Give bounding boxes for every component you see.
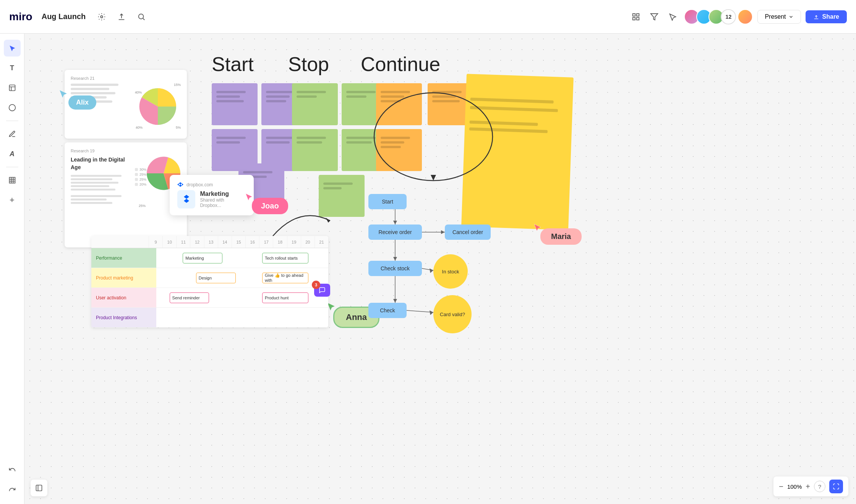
svg-marker-25 — [441, 230, 445, 234]
zoom-out-button[interactable]: − — [779, 482, 783, 491]
comment-container[interactable]: 3 — [314, 284, 330, 297]
cursor-joao — [244, 192, 253, 203]
sticky-tool[interactable] — [4, 79, 21, 96]
svg-rect-2 — [633, 13, 635, 16]
zoom-help-button[interactable]: ? — [814, 481, 825, 492]
svg-line-28 — [407, 310, 433, 312]
slide-card-2[interactable]: Research 19 Leading in the Digital Age 3… — [65, 142, 187, 247]
search-icon[interactable] — [135, 10, 148, 24]
flow-checkstock-label: Check stock — [381, 265, 410, 271]
flow-start-label: Start — [382, 199, 393, 205]
flow-cancel[interactable]: Cancel order — [445, 225, 491, 240]
svg-line-26 — [422, 268, 433, 270]
flow-instock-label: In stock — [442, 269, 459, 275]
gantt-col-16: 16 — [245, 236, 259, 248]
sticky-cont-3[interactable] — [376, 129, 422, 171]
cursor-maria — [533, 223, 542, 233]
gantt-col-14: 14 — [218, 236, 232, 248]
gantt-col-12: 12 — [190, 236, 204, 248]
svg-rect-3 — [637, 13, 639, 16]
cursor-alix — [58, 88, 68, 100]
zoom-controls: − 100% + ? — [773, 477, 848, 496]
gantt-col-13: 13 — [204, 236, 218, 248]
canvas[interactable]: Start Stop Continue — [24, 34, 856, 504]
svg-rect-7 — [9, 85, 15, 91]
svg-point-0 — [101, 16, 103, 18]
grid-icon[interactable] — [629, 10, 643, 24]
gantt-col-18: 18 — [273, 236, 287, 248]
gantt-row-user-activation[interactable]: User activation Send reminder Product hu… — [91, 288, 328, 308]
present-button[interactable]: Present — [757, 10, 801, 24]
text-tool[interactable]: T — [4, 60, 21, 76]
dropbox-subtitle: Shared with Dropbox... — [200, 197, 246, 208]
svg-rect-4 — [633, 17, 635, 19]
gantt-row-product-marketing[interactable]: Product marketing Design Give 👍 to go ah… — [91, 268, 328, 288]
sticky-start-1[interactable] — [212, 83, 258, 125]
miro-logo: miro — [9, 11, 32, 23]
flow-receive[interactable]: Receive order — [368, 225, 422, 240]
filter-icon[interactable] — [647, 10, 661, 24]
svg-rect-8 — [9, 178, 15, 183]
sticky-stop-3[interactable] — [292, 129, 338, 171]
topbar-right: 12 Present Share — [629, 9, 847, 24]
dropbox-title: Marketing — [200, 191, 246, 197]
flow-receive-label: Receive order — [378, 229, 412, 235]
svg-marker-21 — [393, 257, 397, 261]
svg-marker-6 — [651, 13, 658, 20]
gantt-col-17: 17 — [259, 236, 273, 248]
undo-tool[interactable] — [4, 461, 21, 478]
sticky-cont-1[interactable] — [376, 83, 422, 125]
marker-tool[interactable]: A — [4, 145, 21, 162]
svg-rect-30 — [36, 485, 42, 491]
left-toolbar: T A + — [0, 34, 24, 504]
gantt-col-10: 10 — [162, 236, 176, 248]
topbar: miro Aug Launch 12 Present — [0, 0, 856, 34]
export-icon[interactable] — [115, 10, 128, 24]
svg-marker-23 — [393, 299, 397, 303]
gantt-row-performance[interactable]: Performance Marketing Tech rollout start… — [91, 248, 328, 268]
svg-marker-19 — [393, 221, 397, 225]
retro-start-header: Start — [212, 53, 254, 76]
share-label: Share — [822, 13, 839, 20]
pen-tool[interactable] — [4, 126, 21, 142]
settings-icon[interactable] — [95, 10, 109, 24]
cursor-joao-label: Joao — [252, 198, 288, 214]
add-tool[interactable]: + — [4, 192, 21, 208]
flow-cardvalid[interactable]: Card valid? — [433, 295, 472, 333]
shapes-tool[interactable] — [4, 99, 21, 116]
comment-count: 3 — [312, 281, 320, 289]
gantt-col-21: 21 — [315, 236, 328, 248]
flow-start[interactable]: Start — [368, 194, 407, 209]
svg-marker-29 — [430, 310, 433, 315]
cursor-maria-label: Maria — [540, 228, 582, 245]
board-name[interactable]: Aug Launch — [42, 12, 86, 21]
select-tool[interactable] — [4, 40, 21, 57]
avatar-group[interactable]: 12 — [684, 9, 753, 24]
gantt-chart[interactable]: 9 10 11 12 13 14 15 16 17 18 19 20 21 Pe… — [91, 236, 328, 328]
flow-cancel-label: Cancel order — [452, 229, 483, 235]
dropbox-popup[interactable]: dropbox.com Marketing Shared with Dropbo… — [170, 175, 254, 215]
frame-tool[interactable] — [4, 172, 21, 189]
gantt-col-15: 15 — [232, 236, 245, 248]
avatar-count[interactable]: 12 — [721, 9, 736, 24]
gantt-row-product-integrations[interactable]: Product Integrations — [91, 308, 328, 328]
sticky-stop-5[interactable] — [319, 175, 365, 217]
share-button[interactable]: Share — [806, 10, 847, 23]
zoom-in-button[interactable]: + — [806, 482, 810, 491]
cursor-icon[interactable] — [666, 10, 679, 24]
sticky-yellow-large[interactable] — [461, 74, 574, 230]
flow-instock[interactable]: In stock — [433, 254, 468, 289]
zoom-level: 100% — [787, 483, 802, 490]
fit-screen-button[interactable] — [829, 480, 843, 493]
redo-tool[interactable] — [4, 481, 21, 498]
gantt-col-11: 11 — [176, 236, 190, 248]
divider-1 — [6, 121, 18, 121]
gantt-header: 9 10 11 12 13 14 15 16 17 18 19 20 21 — [91, 236, 328, 248]
svg-marker-17 — [326, 218, 330, 223]
flow-check[interactable]: Check — [368, 303, 407, 318]
sidebar-toggle[interactable] — [31, 480, 47, 496]
svg-marker-14 — [431, 175, 436, 181]
flow-checkstock[interactable]: Check stock — [368, 261, 422, 276]
avatar-main — [738, 9, 753, 24]
sticky-stop-1[interactable] — [292, 83, 338, 125]
